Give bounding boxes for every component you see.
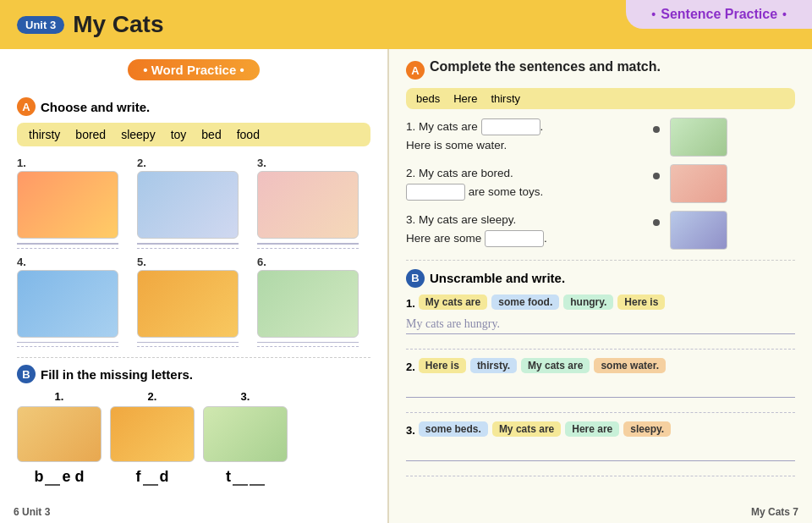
wb-right-2: thirsty	[491, 92, 520, 105]
item-num: 6.	[257, 256, 266, 268]
blank-3a[interactable]	[233, 465, 248, 486]
match-dot-1	[653, 126, 660, 133]
match-item-1: 1. My cats are . Here is some water.	[406, 118, 727, 154]
fill-row: 1. b e d 2. f d	[17, 390, 370, 486]
chip-3-2: Here are	[565, 421, 619, 437]
answer-line-4	[17, 342, 118, 344]
image-bed	[257, 270, 359, 338]
blank-1[interactable]	[45, 465, 60, 486]
image-bored	[137, 171, 239, 239]
section-b-right-badge: B	[406, 269, 425, 288]
dot-left: •	[651, 8, 656, 21]
letter-d: d	[160, 468, 169, 486]
item-num: 1.	[17, 157, 26, 169]
match-item-2: 2. My cats are bored. are some toys.	[406, 164, 727, 201]
letter-t: t	[226, 468, 231, 486]
word-chips-2: Here is thirsty. My cats are some water.	[419, 358, 666, 373]
section-a-right-title: Complete the sentences and match.	[430, 59, 661, 74]
answer-line-2	[137, 243, 239, 245]
word-chips-3: some beds. My cats are Here are sleepy.	[419, 421, 671, 437]
chip-3-1: My cats are	[492, 421, 561, 437]
dot-wp-left: •	[143, 63, 151, 77]
unscramble-item-1: 1. My cats are some food. hungry. Here i…	[406, 295, 795, 350]
unscramble-num-1: 1.	[406, 297, 415, 310]
wb-word-2: sleepy	[121, 128, 155, 141]
answer-line-3	[257, 243, 359, 245]
unscramble-item-3: 3. some beds. My cats are Here are sleep…	[406, 421, 795, 476]
section-a-right-label: A Complete the sentences and match.	[406, 59, 795, 81]
handwriting-1: My cats are hungry.	[406, 316, 500, 332]
fill-item-1: 1. b e d	[17, 390, 102, 486]
footer-left: 6 Unit 3	[14, 506, 50, 518]
chip-1-2: hungry.	[563, 295, 613, 310]
section-b-label: B Fill in the missing letters.	[17, 365, 370, 383]
section-a-badge: A	[17, 97, 36, 116]
word-bank-right: beds Here thirsty	[406, 88, 795, 109]
section-b-right-title: Unscramble and write.	[430, 271, 565, 285]
chip-2-3: some water.	[594, 358, 666, 373]
blank-3b[interactable]	[250, 465, 265, 486]
item-num: 3.	[257, 157, 266, 169]
letters-2: f d	[136, 465, 169, 486]
unscramble-item-2: 2. Here is thirsty. My cats are some wat…	[406, 358, 795, 413]
fill-num-2: 2.	[148, 390, 157, 403]
wb-word-0: thirsty	[29, 128, 60, 141]
dotted-line-6	[257, 346, 359, 347]
dotted-line-1	[17, 248, 118, 249]
word-practice-title: • Word Practice •	[128, 59, 259, 80]
section-b-badge: B	[17, 365, 36, 383]
answer-line-5	[137, 342, 239, 344]
list-item: 1.	[17, 157, 130, 249]
chip-1-0: My cats are	[419, 295, 487, 310]
left-panel: • Word Practice • A Choose and write. th…	[0, 49, 389, 523]
fill-num-1: 1.	[55, 390, 64, 403]
unscramble-num-3: 3.	[406, 424, 415, 437]
wb-right-1: Here	[453, 92, 477, 105]
fill-blank-1[interactable]	[481, 118, 540, 135]
wb-word-4: bed	[201, 128, 221, 141]
fill-image-1	[17, 406, 102, 462]
item-num: 4.	[17, 256, 26, 268]
word-chips-1: My cats are some food. hungry. Here is	[419, 295, 666, 310]
match-section: 1. My cats are . Here is some water. 2. …	[406, 118, 795, 248]
unit-badge: Unit 3	[17, 16, 64, 34]
fill-item-3: 3. t	[203, 390, 288, 486]
image-grid: 1. 2. 3. 4.	[17, 157, 370, 347]
fill-blank-3[interactable]	[485, 230, 544, 247]
letter-ed: e d	[62, 468, 84, 486]
chip-3-3: sleepy.	[623, 421, 671, 437]
image-toy	[17, 171, 118, 239]
section-b-right-label: B Unscramble and write.	[406, 269, 795, 288]
section-a-label: A Choose and write.	[17, 97, 370, 116]
unscramble-section: B Unscramble and write. 1. My cats are s…	[406, 269, 795, 476]
fill-blank-2[interactable]	[406, 184, 465, 201]
word-bank-a: thirsty bored sleepy toy bed food	[17, 123, 370, 146]
section-b-left: B Fill in the missing letters. 1. b e d …	[17, 365, 370, 486]
match-image-3	[670, 211, 727, 250]
section-a-title: Choose and write.	[41, 100, 150, 114]
chip-2-1: thirsty.	[470, 358, 517, 373]
fill-image-3	[203, 406, 288, 462]
footer-right: My Cats 7	[751, 506, 798, 518]
blank-2[interactable]	[143, 465, 158, 486]
dotted-line-4	[17, 346, 118, 347]
chip-2-0: Here is	[419, 358, 466, 373]
wb-word-5: food	[237, 128, 260, 141]
match-image-1	[670, 118, 727, 157]
list-item: 3.	[257, 157, 370, 249]
section-b-title: Fill in the missing letters.	[41, 367, 193, 382]
list-item: 2.	[137, 157, 250, 249]
dot-wp-right: •	[239, 63, 244, 77]
answer-line-write-2	[406, 379, 795, 398]
section-a-right-badge: A	[406, 61, 425, 80]
letters-1: b e d	[34, 465, 84, 486]
answer-line-write-1: My cats are hungry.	[406, 316, 795, 334]
chip-1-3: Here is	[617, 295, 665, 310]
fill-image-2	[110, 406, 195, 462]
item-num: 5.	[137, 256, 146, 268]
answer-line-1	[17, 243, 118, 245]
match-image-2	[670, 164, 727, 203]
page-title: My Cats	[73, 11, 163, 38]
match-item-3: 3. My cats are sleepy. Here are some .	[406, 211, 727, 247]
image-food	[137, 270, 239, 338]
